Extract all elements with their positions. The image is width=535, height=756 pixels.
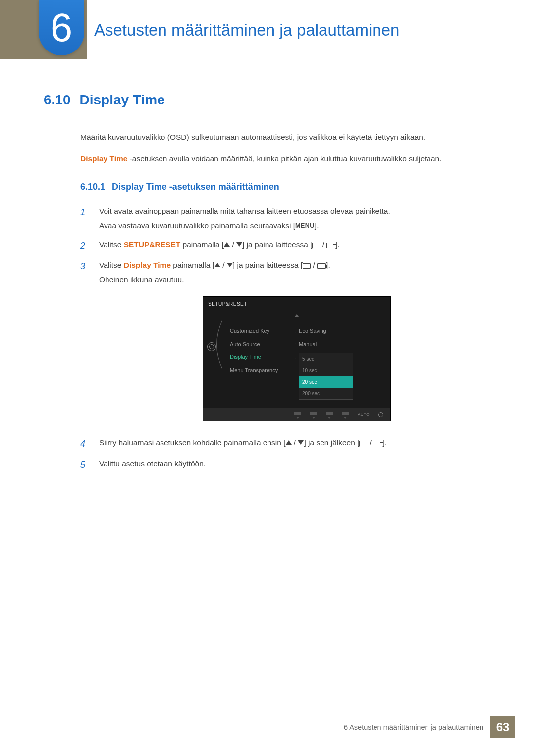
step-body: Siirry haluamasi asetuksen kohdalle pain… — [99, 435, 494, 450]
steps-list: 1 Voit avata avainoppaan painamalla mitä… — [80, 204, 494, 473]
chapter-title: Asetusten määrittäminen ja palauttaminen — [94, 21, 409, 40]
osd-footer-btn — [326, 412, 333, 418]
step-number: 3 — [80, 258, 89, 275]
intro-paragraph-2: Display Time -asetuksen avulla voidaan m… — [80, 152, 494, 165]
page-footer: 6 Asetusten määrittäminen ja palauttamin… — [344, 716, 515, 738]
up-arrow-icon — [224, 242, 230, 247]
subsection-heading: 6.10.1Display Time -asetuksen määrittämi… — [80, 182, 494, 192]
osd-menu-item: Menu Transparency — [230, 364, 289, 377]
osd-footer-btn — [294, 412, 301, 418]
down-arrow-icon — [298, 440, 304, 445]
osd-value-row: :Eco Saving — [294, 324, 383, 338]
step-number: 4 — [80, 435, 89, 452]
osd-arc — [210, 317, 225, 402]
step-3: 3 Valitse Display Time painamalla [ / ] … — [80, 258, 494, 432]
gear-icon — [207, 342, 216, 351]
down-arrow-icon — [236, 242, 242, 247]
osd-menu-item-active: Display Time — [230, 351, 289, 364]
step-number: 2 — [80, 237, 89, 254]
step-number: 5 — [80, 456, 89, 473]
osd-auto-label: AUTO — [358, 411, 370, 418]
scroll-up-icon — [294, 314, 299, 317]
osd-body: Customized Key Auto Source Display Time … — [203, 312, 390, 408]
page-content: 6.10 Display Time Määritä kuvaruutuvalik… — [41, 92, 494, 477]
page-number: 63 — [490, 716, 515, 738]
section-heading: 6.10 Display Time — [44, 92, 494, 108]
osd-option: 5 sec — [299, 353, 353, 365]
step-number: 1 — [80, 204, 89, 221]
up-arrow-icon — [286, 440, 292, 445]
step-4: 4 Siirry haluamasi asetuksen kohdalle pa… — [80, 435, 494, 452]
step-5: 5 Valittu asetus otetaan käyttöön. — [80, 456, 494, 473]
osd-value-row: : 5 sec 10 sec 20 sec 200 sec — [294, 351, 383, 401]
osd-values: :Eco Saving :Manual : 5 sec 10 sec 20 se… — [294, 317, 383, 402]
section-title: Display Time — [80, 92, 165, 108]
osd-option: 200 sec — [299, 388, 353, 399]
osd-value-row: :Manual — [294, 338, 383, 351]
enter-icon — [374, 441, 382, 446]
osd-menu-item: Customized Key — [230, 324, 289, 338]
power-icon — [378, 412, 383, 417]
step-body: Valitse Display Time painamalla [ / ] ja… — [99, 258, 494, 432]
osd-menu: Customized Key Auto Source Display Time … — [230, 317, 289, 402]
osd-panel: SETUP&RESET Customized Key Auto Source D… — [203, 296, 391, 422]
highlight-display-time: Display Time — [124, 261, 171, 269]
osd-footer: AUTO — [203, 408, 390, 421]
intro-paragraph-1: Määritä kuvaruutuvalikko (OSD) sulkeutum… — [80, 131, 494, 144]
osd-title: SETUP&RESET — [203, 297, 390, 312]
osd-option-selected: 20 sec — [299, 376, 353, 388]
osd-menu-item: Auto Source — [230, 338, 289, 351]
source-icon — [359, 441, 367, 446]
osd-dropdown: 5 sec 10 sec 20 sec 200 sec — [299, 353, 353, 400]
section-number: 6.10 — [44, 92, 71, 108]
highlight-display-time: Display Time — [80, 154, 127, 163]
osd-option: 10 sec — [299, 365, 353, 376]
step-body: Valitse SETUP&RESET painamalla [ / ] ja … — [99, 237, 494, 252]
down-arrow-icon — [227, 263, 233, 267]
enter-icon — [317, 263, 326, 269]
step-2: 2 Valitse SETUP&RESET painamalla [ / ] j… — [80, 237, 494, 254]
menu-button-label: MENU — [295, 222, 315, 229]
step-body: Valittu asetus otetaan käyttöön. — [99, 456, 494, 471]
osd-footer-btn — [342, 412, 349, 418]
highlight-setup-reset: SETUP&RESET — [124, 240, 181, 249]
osd-footer-btn — [310, 412, 317, 418]
step-1: 1 Voit avata avainoppaan painamalla mitä… — [80, 204, 494, 233]
chapter-number: 6 — [51, 8, 73, 48]
chapter-badge: 6 — [39, 0, 84, 55]
source-icon — [303, 263, 311, 269]
source-icon — [312, 243, 320, 248]
up-arrow-icon — [214, 263, 220, 267]
osd-screenshot: SETUP&RESET Customized Key Auto Source D… — [99, 296, 494, 422]
footer-text: 6 Asetusten määrittäminen ja palauttamin… — [344, 723, 483, 731]
step-body: Voit avata avainoppaan painamalla mitä t… — [99, 204, 494, 233]
subsection-title: Display Time -asetuksen määrittäminen — [112, 182, 279, 192]
subsection-number: 6.10.1 — [80, 182, 105, 192]
enter-icon — [326, 243, 335, 248]
